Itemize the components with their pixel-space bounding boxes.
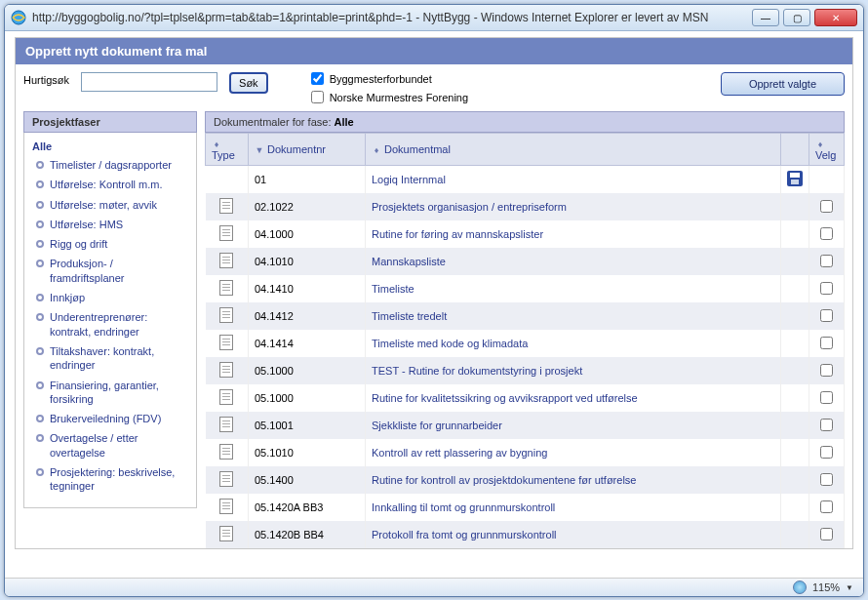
sidebar-item[interactable]: Tiltakshaver: kontrakt, endringer (36, 344, 190, 373)
save-icon[interactable] (787, 171, 803, 186)
sidebar-item[interactable]: Utførelse: Kontroll m.m. (36, 178, 190, 191)
sidebar-item-label: Finansiering, garantier, forsikring (50, 379, 190, 407)
document-icon (219, 444, 233, 460)
sidebar-item[interactable]: Brukerveiledning (FDV) (36, 412, 190, 425)
document-link[interactable]: Innkalling til tomt og grunnmurskontroll (372, 501, 555, 513)
sort-icon: ♦ (372, 145, 381, 155)
window-title: http://byggogbolig.no/?tpl=tplsel&prm=ta… (32, 11, 746, 24)
maximize-button[interactable]: ▢ (783, 9, 810, 26)
document-icon (219, 417, 233, 432)
sidebar-item[interactable]: Rigg og drift (36, 237, 190, 251)
document-link[interactable]: Protokoll fra tomt og grunnmurskontroll (372, 529, 557, 540)
col-documentnr[interactable]: ▼ Dokumentnr (249, 134, 366, 166)
cell-documentnr: 04.1010 (249, 248, 366, 275)
sort-icon: ♦ (815, 140, 825, 149)
search-input[interactable] (81, 72, 217, 92)
sidebar-item[interactable]: Overtagelse / etter overtagelse (36, 431, 190, 460)
table-row: 05.1000TEST - Rutine for dokumentstyring… (206, 357, 845, 384)
col-documentmal[interactable]: ♦ Dokumentmal (366, 134, 781, 166)
document-link[interactable]: Rutine for kontroll av prosjektdokumente… (372, 474, 636, 486)
phase-list: Timelister / dagsrapporterUtførelse: Kon… (32, 158, 190, 494)
minimize-button[interactable]: — (752, 9, 779, 26)
select-checkbox[interactable] (820, 391, 833, 404)
document-link[interactable]: Sjekkliste for grunnarbeider (372, 420, 502, 431)
select-checkbox[interactable] (820, 282, 833, 295)
sidebar-item[interactable]: Finansiering, garantier, forsikring (36, 379, 190, 407)
document-link[interactable]: Timeliste tredelt (372, 310, 447, 322)
document-link[interactable]: Kontroll av rett plassering av bygning (372, 447, 547, 459)
cell-documentnr: 01 (249, 166, 366, 194)
bullet-icon (36, 434, 44, 442)
select-checkbox[interactable] (820, 419, 833, 431)
document-link[interactable]: Rutine for kvalitetssikring og avviksrap… (372, 392, 638, 404)
sidebar-item-label: Prosjektering: beskrivelse, tegninger (50, 465, 190, 494)
sidebar-item[interactable]: Produksjon- / framdriftsplaner (36, 257, 190, 285)
document-link[interactable]: Rutine for føring av mannskapslister (372, 228, 543, 240)
sidebar-item-label: Overtagelse / etter overtagelse (50, 431, 190, 460)
sidebar-item-label: Innkjøp (50, 291, 85, 304)
cell-documentnr: 05.1400 (249, 466, 366, 494)
document-icon (219, 499, 233, 514)
select-checkbox[interactable] (820, 446, 833, 459)
zoom-dropdown-icon[interactable]: ▼ (846, 583, 853, 592)
sidebar-item[interactable]: Innkjøp (36, 291, 190, 304)
document-link[interactable]: Timeliste (372, 283, 414, 295)
select-checkbox[interactable] (820, 473, 833, 486)
sidebar-item[interactable]: Utførelse: møter, avvik (36, 198, 190, 212)
table-row: 04.1010Mannskapsliste (206, 248, 845, 275)
document-link[interactable]: TEST - Rutine for dokumentstyring i pros… (372, 365, 582, 377)
select-checkbox[interactable] (820, 200, 833, 213)
cell-documentnr: 05.1001 (249, 412, 366, 439)
select-checkbox[interactable] (820, 309, 833, 322)
bullet-icon (36, 260, 44, 267)
sort-icon: ▼ (255, 145, 264, 155)
sidebar-item[interactable]: Utførelse: HMS (36, 218, 190, 231)
filter-byggmester-checkbox[interactable] (311, 72, 324, 85)
browser-window: http://byggogbolig.no/?tpl=tplsel&prm=ta… (4, 4, 864, 597)
table-row: 04.1410Timeliste (206, 275, 845, 302)
select-checkbox[interactable] (820, 528, 833, 540)
document-icon (219, 362, 233, 378)
table-title-value: Alle (335, 116, 354, 128)
bullet-icon (36, 347, 44, 355)
create-selected-button[interactable]: Opprett valgte (721, 72, 845, 96)
col-type[interactable]: ♦ Type (206, 134, 249, 166)
select-checkbox[interactable] (820, 337, 833, 349)
sidebar-item-label: Utførelse: Kontroll m.m. (50, 178, 163, 191)
select-checkbox[interactable] (820, 227, 833, 240)
select-checkbox[interactable] (820, 500, 833, 513)
sidebar-item-label: Produksjon- / framdriftsplaner (50, 257, 190, 285)
table-row: 04.1000Rutine for føring av mannskapslis… (206, 220, 845, 248)
zoom-value: 115% (812, 581, 840, 593)
sidebar-all-link[interactable]: Alle (32, 140, 190, 152)
sidebar-item[interactable]: Timelister / dagsrapporter (36, 158, 190, 172)
filter-byggmester[interactable]: Byggmesterforbundet (311, 72, 468, 85)
zoom-world-icon[interactable] (793, 580, 807, 594)
sidebar-item[interactable]: Prosjektering: beskrivelse, tegninger (36, 465, 190, 494)
search-button[interactable]: Søk (229, 72, 268, 94)
titlebar: http://byggogbolig.no/?tpl=tplsel&prm=ta… (5, 5, 863, 31)
ie-icon (11, 10, 26, 25)
document-icon (219, 225, 233, 241)
document-link[interactable]: Logiq Internmal (372, 174, 446, 185)
document-link[interactable]: Mannskapsliste (372, 256, 446, 267)
table-title: Dokumentmaler for fase: Alle (205, 111, 845, 133)
sidebar-item-label: Brukerveiledning (FDV) (50, 412, 161, 425)
select-checkbox[interactable] (820, 364, 833, 377)
document-link[interactable]: Timeliste med kode og klimadata (372, 338, 528, 349)
document-icon (219, 198, 233, 214)
cell-documentnr: 04.1000 (249, 220, 366, 248)
col-velg[interactable]: ♦ Velg (809, 134, 845, 166)
select-checkbox[interactable] (820, 255, 833, 267)
sidebar-item[interactable]: Underentreprenører: kontrakt, endringer (36, 310, 190, 339)
cell-documentnr: 05.1000 (249, 357, 366, 384)
document-icon (219, 335, 233, 350)
filter-byggmester-label: Byggmesterforbundet (330, 73, 432, 85)
table-row: 02.1022Prosjektets organisasjon / entrep… (206, 193, 845, 220)
filter-murmestre[interactable]: Norske Murmestres Forening (311, 91, 468, 103)
document-link[interactable]: Prosjektets organisasjon / entreprisefor… (372, 201, 567, 213)
svg-point-0 (12, 11, 25, 24)
close-button[interactable]: ✕ (814, 9, 857, 26)
filter-murmestre-checkbox[interactable] (311, 91, 324, 103)
table-row: 05.1010Kontroll av rett plassering av by… (206, 439, 845, 466)
